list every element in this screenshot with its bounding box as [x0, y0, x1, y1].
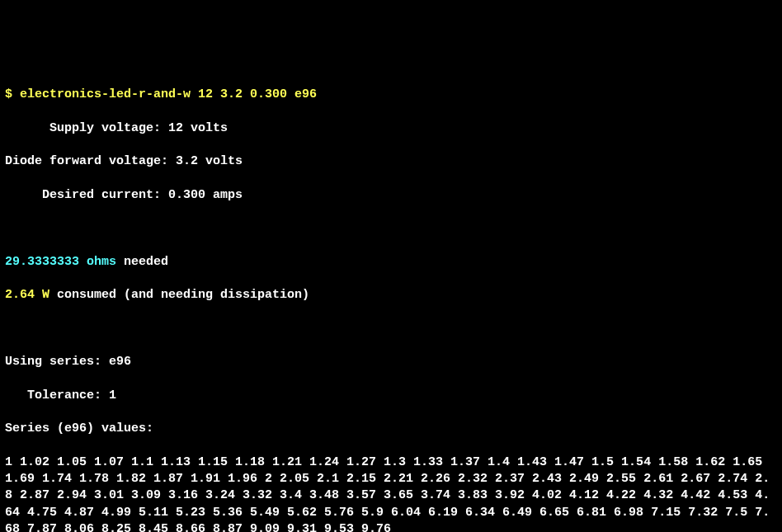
- blank-line: [5, 220, 777, 237]
- ohms-result-line: 29.3333333 ohms needed: [5, 254, 777, 271]
- desired-current-value: 0.300 amps: [168, 188, 243, 202]
- diode-fv-label: Diode forward voltage:: [5, 154, 176, 168]
- supply-voltage-label: Supply voltage:: [5, 121, 168, 135]
- desired-current-label: Desired current:: [5, 188, 168, 202]
- terminal-output: $ electronics-led-r-and-w 12 3.2 0.300 e…: [5, 70, 777, 532]
- ohms-suffix: needed: [116, 255, 168, 269]
- diode-fv-value: 3.2 volts: [176, 154, 243, 168]
- prompt-symbol: $: [5, 87, 12, 101]
- desired-current-line: Desired current: 0.300 amps: [5, 187, 777, 204]
- watts-suffix: consumed (and needing dissipation): [49, 288, 309, 302]
- using-series-line: Using series: e96: [5, 354, 777, 370]
- ohms-value: 29.3333333 ohms: [5, 255, 116, 269]
- watts-result-line: 2.64 W consumed (and needing dissipation…: [5, 287, 777, 304]
- series-values-header: Series (e96) values:: [5, 421, 777, 437]
- watts-value: 2.64 W: [5, 288, 49, 302]
- series-values-body: 1 1.02 1.05 1.07 1.1 1.13 1.15 1.18 1.21…: [5, 454, 777, 532]
- command-line: $ electronics-led-r-and-w 12 3.2 0.300 e…: [5, 87, 777, 103]
- supply-voltage-value: 12 volts: [168, 121, 228, 135]
- tolerance-line: Tolerance: 1: [5, 388, 777, 404]
- command-text: electronics-led-r-and-w 12 3.2 0.300 e96: [20, 87, 317, 101]
- diode-fv-line: Diode forward voltage: 3.2 volts: [5, 153, 777, 170]
- supply-voltage-line: Supply voltage: 12 volts: [5, 120, 777, 137]
- blank-line: [5, 321, 777, 337]
